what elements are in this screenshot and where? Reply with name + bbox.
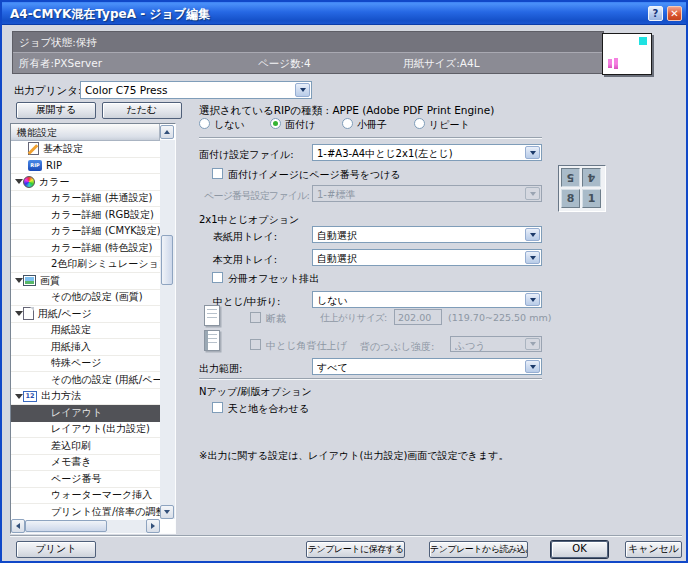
- tree-item-memo[interactable]: メモ書き: [11, 455, 160, 472]
- job-state: ジョブ状態:保持: [19, 36, 97, 50]
- crush-strength-combobox: ふつう: [450, 336, 542, 352]
- title-bar[interactable]: A4-CMYK混在TypeA - ジョブ編集 ? ✕: [2, 2, 686, 25]
- window-title: A4-CMYK混在TypeA - ジョブ編集: [10, 6, 210, 23]
- tree-item-color-rgb[interactable]: カラー詳細 (RGB設定): [11, 207, 160, 224]
- expand-button[interactable]: 展開する: [16, 102, 96, 119]
- help-button[interactable]: ?: [648, 6, 663, 21]
- arrow-up-icon: [164, 130, 170, 134]
- tree-item-other-paper[interactable]: その他の設定 (用紙/ページ): [11, 372, 160, 389]
- tree-item-label: プリント位置/倍率の調整: [51, 505, 160, 519]
- tree-item-label: 画質: [40, 274, 60, 288]
- output-printer-value: Color C75 Press: [85, 84, 294, 96]
- tree-item-other-image[interactable]: その他の設定 (画質): [11, 290, 160, 307]
- page-number-file-label: ページ番号設定ファイル:: [204, 189, 309, 203]
- job-pages: ページ数:4: [258, 57, 311, 71]
- save-template-button[interactable]: テンプレートに保存する: [306, 541, 405, 558]
- chevron-down-icon[interactable]: [525, 293, 540, 306]
- arrow-down-icon: [164, 510, 170, 514]
- tree-item-rip[interactable]: RIPRIP: [11, 158, 160, 175]
- scrollbar-thumb[interactable]: [25, 520, 107, 532]
- tree-item-watermark[interactable]: ウォーターマーク挿入: [11, 488, 160, 505]
- tree-item-label: その他の設定 (画質): [51, 290, 143, 304]
- tree-item-label: 用紙設定: [51, 323, 91, 337]
- saddle-fold-combobox[interactable]: しない: [312, 291, 542, 308]
- chevron-down-icon[interactable]: [525, 146, 540, 159]
- output-printer-combobox[interactable]: Color C75 Press: [80, 81, 312, 99]
- tree-item-color-common[interactable]: カラー詳細 (共通設定): [11, 191, 160, 208]
- color-wheel-icon: [23, 176, 35, 188]
- cover-tray-combobox[interactable]: 自動選択: [312, 226, 542, 243]
- body-tray-combobox[interactable]: 自動選択: [312, 249, 542, 266]
- tree-item-label: カラー詳細 (共通設定): [51, 191, 152, 205]
- square-fold-checkbox-label: 中とじ角背仕上げ: [266, 339, 347, 353]
- tree-item-color-spot[interactable]: カラー詳細 (特色設定): [11, 240, 160, 257]
- trim-checkbox-label: 断裁: [266, 312, 286, 326]
- imposition-file-combobox[interactable]: 1-#A3-A4中とじ2x1(左とじ): [312, 144, 542, 161]
- collapse-button[interactable]: たたむ: [102, 102, 182, 119]
- close-button[interactable]: ✕: [667, 6, 682, 21]
- tree-item-page-number[interactable]: ページ番号: [11, 471, 160, 488]
- tree-group-color[interactable]: カラー: [11, 174, 160, 191]
- tree-item-paper-insert[interactable]: 用紙挿入: [11, 339, 160, 356]
- radio-booklet[interactable]: [342, 118, 353, 129]
- tree-item-two-color-sim[interactable]: 2色印刷シミュレーション: [11, 257, 160, 274]
- thumbnail-cyan-mark: [639, 37, 647, 45]
- radio-imposition[interactable]: [270, 118, 281, 129]
- finish-size-range: (119.70~225.50 mm): [448, 312, 551, 323]
- chevron-down-icon[interactable]: [295, 83, 310, 97]
- tree-item-label: カラー詳細 (特色設定): [51, 241, 152, 255]
- tree-header: 機能設定: [11, 124, 160, 141]
- body-tray-value: 自動選択: [317, 252, 524, 266]
- align-top-bottom-checkbox[interactable]: [212, 402, 223, 413]
- load-template-button[interactable]: テンプレートから読み込み: [429, 541, 528, 558]
- tree-horizontal-scrollbar[interactable]: [11, 520, 160, 533]
- cancel-button[interactable]: キャンセル: [625, 541, 682, 558]
- scroll-down-button[interactable]: [160, 505, 174, 519]
- tree-item-print-position[interactable]: プリント位置/倍率の調整: [11, 504, 160, 521]
- tree-group-output-method[interactable]: 12出力方法: [11, 389, 160, 406]
- scroll-right-button[interactable]: [146, 519, 160, 533]
- page-thumbnail: [602, 33, 652, 75]
- cover-tray-value: 自動選択: [317, 229, 524, 243]
- offset-eject-checkbox[interactable]: [212, 272, 223, 283]
- output-method-icon: 12: [23, 391, 37, 402]
- tree-item-layout-output[interactable]: レイアウト(出力設定): [11, 422, 160, 439]
- tree-item-basic-settings[interactable]: 基本設定: [11, 141, 160, 158]
- tree-item-merge-print[interactable]: 差込印刷: [11, 438, 160, 455]
- collapse-triangle-icon[interactable]: [15, 179, 23, 184]
- crush-strength-label: 背のつぶし強度:: [360, 340, 434, 354]
- align-top-bottom-checkbox-label: 天と地を合わせる: [228, 402, 309, 416]
- output-range-combobox[interactable]: すべて: [312, 358, 542, 375]
- tree-item-label: メモ書き: [51, 455, 92, 469]
- saddle-fold-label: 中とじ/中折り:: [213, 295, 280, 309]
- tree-item-label: カラー詳細 (CMYK設定): [51, 224, 160, 238]
- tree-group-image-quality[interactable]: 画質: [11, 273, 160, 290]
- chevron-down-icon[interactable]: [525, 251, 540, 264]
- preview-page-tile: 1: [582, 189, 601, 208]
- chevron-down-icon[interactable]: [525, 228, 540, 241]
- page-number-checkbox[interactable]: [212, 168, 223, 179]
- collapse-triangle-icon[interactable]: [15, 394, 23, 399]
- chevron-down-icon[interactable]: [525, 360, 540, 373]
- tree-item-label: 出力方法: [41, 389, 81, 403]
- scroll-up-button[interactable]: [160, 125, 174, 139]
- tree-vertical-scrollbar[interactable]: [160, 140, 175, 519]
- tree-item-layout[interactable]: レイアウト: [11, 405, 160, 422]
- tree-item-special-pages[interactable]: 特殊ページ: [11, 356, 160, 373]
- scroll-left-button[interactable]: [11, 519, 25, 533]
- tree-item-color-cmyk[interactable]: カラー詳細 (CMYK設定): [11, 224, 160, 241]
- collapse-triangle-icon[interactable]: [15, 278, 23, 283]
- print-button[interactable]: プリント: [16, 541, 96, 558]
- radio-repeat[interactable]: [414, 118, 425, 129]
- arrow-right-icon: [151, 523, 155, 529]
- page-number-checkbox-label: 面付けイメージにページ番号をつける: [228, 168, 401, 182]
- tree-group-paper-page[interactable]: 用紙/ページ: [11, 306, 160, 323]
- collapse-triangle-icon[interactable]: [15, 311, 23, 316]
- nup-section-title: Nアップ/刷版オプション: [199, 385, 312, 399]
- finish-size-label: 仕上がりサイズ:: [320, 312, 387, 325]
- scrollbar-thumb[interactable]: [161, 235, 173, 285]
- output-range-value: すべて: [317, 361, 524, 375]
- tree-item-paper-settings[interactable]: 用紙設定: [11, 323, 160, 340]
- radio-none[interactable]: [199, 118, 210, 129]
- ok-button[interactable]: OK: [551, 541, 608, 558]
